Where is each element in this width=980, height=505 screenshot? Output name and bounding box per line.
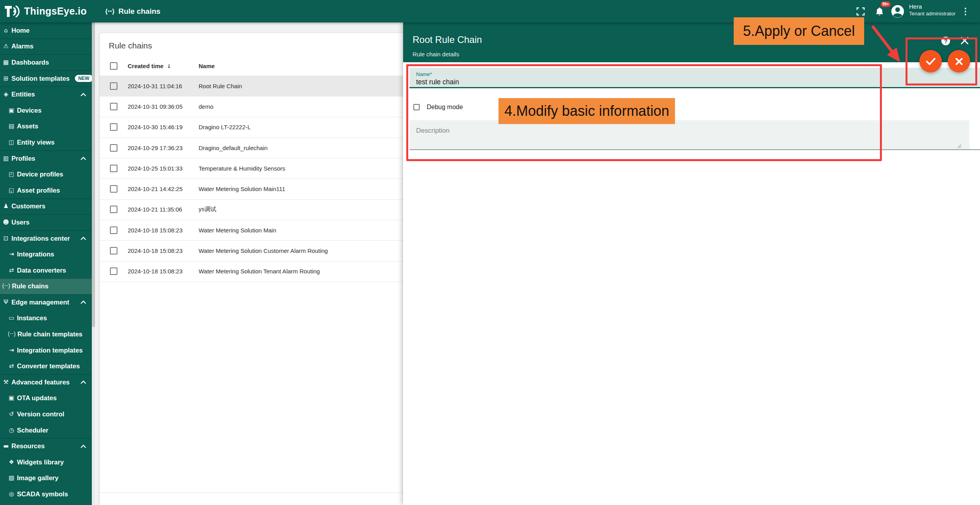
sidebar-item-integration-templates[interactable]: ⇥Integration templates	[0, 342, 92, 358]
edge-management-icon: Ψ	[2, 299, 10, 305]
row-checkbox[interactable]	[110, 185, 117, 193]
alarms-icon: ⚠	[2, 43, 10, 49]
user-avatar[interactable]	[890, 0, 906, 22]
sidebar-item-dashboards[interactable]: ▦Dashboards	[0, 54, 92, 71]
sidebar-item-advanced-features[interactable]: ⚒Advanced features	[0, 374, 92, 390]
dashboards-icon: ▦	[2, 59, 10, 65]
row-checkbox[interactable]	[110, 144, 117, 152]
sidebar-item-integrations[interactable]: ⇥Integrations	[0, 246, 92, 262]
sidebar-item-devices[interactable]: ▣Devices	[0, 102, 92, 119]
sidebar-item-resources[interactable]: ▬Resources	[0, 438, 92, 454]
help-icon[interactable]: ?	[941, 37, 950, 45]
sidebar-item-solution-templates[interactable]: ⊞Solution templatesNEW	[0, 71, 92, 87]
sidebar-item-converter-templates[interactable]: ⇄Converter templates	[0, 358, 92, 374]
sidebar-item-label: Widgets library	[17, 459, 64, 466]
sidebar-item-label: Device profiles	[17, 171, 63, 178]
sidebar-item-device-profiles[interactable]: ◰Device profiles	[0, 166, 92, 182]
app-logo[interactable]: ThingsEye.io	[4, 0, 87, 22]
sidebar-item-assets[interactable]: ▤Assets	[0, 119, 92, 135]
sidebar-item-alarms[interactable]: ⚠Alarms	[0, 39, 92, 55]
header-menu-button[interactable]: ⋮	[960, 0, 971, 22]
sidebar-item-scheduler[interactable]: ◷Scheduler	[0, 422, 92, 438]
sidebar-item-entities[interactable]: ◈Entities	[0, 86, 92, 102]
user-role: Tenant administrator	[909, 11, 956, 17]
name-field[interactable]: Name* test rule chain	[409, 68, 980, 88]
textarea-resize-handle[interactable]	[957, 143, 961, 150]
cell-created-time: 2024-10-29 17:36:23	[128, 145, 199, 151]
sidebar-item-users[interactable]: ☻Users	[0, 214, 92, 230]
sidebar-item-label: Data converters	[17, 267, 66, 274]
sidebar-item-ota-updates[interactable]: ▣OTA updates	[0, 390, 92, 407]
debug-mode-checkbox[interactable]	[413, 104, 420, 110]
row-checkbox[interactable]	[110, 165, 117, 172]
customers-icon: ♟	[2, 203, 10, 209]
sidebar-item-instances[interactable]: ▭Instances	[0, 310, 92, 327]
integration-templates-icon: ⇥	[7, 347, 15, 353]
sidebar-item-integrations-center[interactable]: ⊡Integrations center	[0, 230, 92, 247]
version-control-icon: ↺	[7, 411, 15, 417]
sidebar-item-label: Customers	[11, 202, 45, 210]
row-checkbox[interactable]	[110, 82, 117, 90]
sidebar-item-customers[interactable]: ♟Customers	[0, 199, 92, 215]
sidebar-item-label: Integrations	[17, 251, 54, 258]
data-converters-icon: ⇄	[7, 267, 15, 273]
row-checkbox[interactable]	[110, 227, 117, 234]
row-checkbox[interactable]	[110, 267, 117, 275]
cancel-button[interactable]	[948, 50, 970, 72]
sidebar-item-image-gallery[interactable]: ▧Image gallery	[0, 470, 92, 486]
new-badge: NEW	[75, 75, 92, 82]
sidebar-item-data-converters[interactable]: ⇄Data converters	[0, 262, 92, 278]
user-info[interactable]: Hera Tenant administrator	[909, 3, 956, 17]
sidebar-item-label: Alarms	[11, 43, 33, 50]
sidebar-item-profiles[interactable]: ▥Profiles	[0, 150, 92, 167]
apply-button[interactable]	[919, 50, 942, 72]
sidebar-item-version-control[interactable]: ↺Version control	[0, 406, 92, 422]
cell-created-time: 2024-10-30 15:46:19	[128, 124, 199, 130]
row-checkbox[interactable]	[110, 206, 117, 213]
devices-icon: ▣	[7, 108, 15, 113]
sidebar-item-rule-chains[interactable]: ⟨··⟩Rule chains	[0, 278, 92, 295]
sidebar-scrollbar[interactable]	[92, 22, 95, 505]
notifications-button[interactable]: 99+	[872, 0, 887, 22]
sidebar-scrollbar-thumb[interactable]	[92, 22, 95, 327]
sidebar-item-javascript-library[interactable]: ⊡JavaScript library	[0, 502, 92, 505]
sidebar-item-label: Dashboards	[11, 59, 49, 66]
sidebar-item-label: Solution templates	[11, 75, 70, 82]
sidebar-item-label: SCADA symbols	[17, 490, 68, 498]
thingseye-logo-icon	[4, 4, 21, 19]
ota-updates-icon: ▣	[7, 395, 15, 401]
description-field[interactable]: Description	[409, 120, 969, 149]
cell-created-time: 2024-10-31 09:36:05	[128, 103, 199, 110]
sidebar-item-rule-chain-templates[interactable]: ⟨··⟩Rule chain templates	[0, 326, 92, 342]
entities-icon: ◈	[2, 91, 10, 97]
resources-icon: ▬	[2, 443, 10, 449]
page-title: Rule chains	[109, 41, 152, 50]
avatar-icon	[891, 4, 905, 19]
sidebar-item-entity-views[interactable]: ◫Entity views	[0, 134, 92, 150]
assets-icon: ▤	[7, 123, 15, 129]
row-checkbox[interactable]	[110, 247, 117, 254]
instances-icon: ▭	[7, 315, 15, 321]
sidebar-item-home[interactable]: ⌂Home	[0, 22, 92, 39]
app-header: ThingsEye.io ⟨··⟩ Rule chains 99+ Hera T…	[0, 0, 980, 22]
column-header-created-time[interactable]: Created time↓	[128, 63, 199, 69]
row-checkbox[interactable]	[110, 123, 117, 131]
sidebar-item-asset-profiles[interactable]: ◱Asset profiles	[0, 182, 92, 199]
sidebar-item-label: Instances	[17, 314, 47, 322]
fullscreen-button[interactable]	[854, 0, 868, 22]
rule-chain-details-drawer: Root Rule Chain Rule chain details ? Nam…	[403, 22, 980, 505]
cell-created-time: 2024-10-18 15:08:23	[128, 227, 199, 234]
cell-created-time: 2024-10-18 15:08:23	[128, 268, 199, 275]
select-all-checkbox[interactable]	[110, 62, 117, 70]
drawer-title: Root Rule Chain	[413, 34, 482, 45]
sidebar-item-label: Rule chain templates	[17, 330, 82, 338]
row-checkbox[interactable]	[110, 103, 117, 110]
sidebar-item-label: Advanced features	[11, 379, 70, 386]
asset-profiles-icon: ◱	[7, 188, 15, 193]
sidebar-item-scada-symbols[interactable]: ◎SCADA symbols	[0, 486, 92, 502]
scada-symbols-icon: ◎	[7, 491, 15, 497]
close-icon[interactable]	[960, 36, 969, 45]
sidebar-item-edge-management[interactable]: ΨEdge management	[0, 294, 92, 310]
sidebar-item-widgets-library[interactable]: ❖Widgets library	[0, 454, 92, 470]
cell-created-time: 2024-10-21 11:35:06	[128, 206, 199, 213]
